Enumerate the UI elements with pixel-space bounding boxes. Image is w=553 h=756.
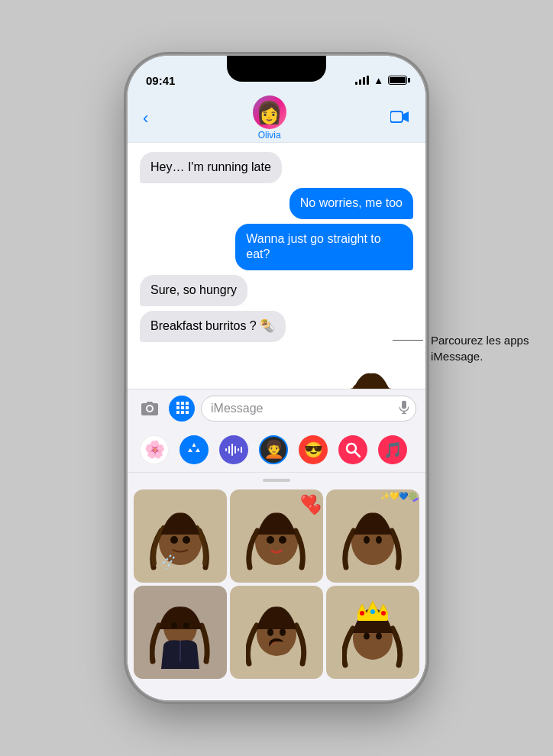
screen: 09:41 ▲ ‹	[128, 56, 425, 700]
svg-rect-8	[402, 401, 406, 409]
sticker-coat[interactable]	[134, 586, 227, 679]
contact-name[interactable]: Olivia	[258, 130, 281, 141]
message-bubble-sent-2: Wanna just go straight to eat?	[235, 224, 413, 271]
svg-point-24	[279, 536, 286, 544]
svg-point-42	[370, 609, 375, 614]
audio-icon[interactable]	[219, 435, 248, 464]
mic-icon[interactable]	[399, 401, 409, 417]
imessage-panel: ❤️ ❤️ ✨💛💙❇️	[128, 473, 425, 700]
svg-point-26	[364, 536, 370, 544]
panel-handle	[263, 479, 290, 482]
apps-button[interactable]	[169, 396, 195, 422]
chat-area: Hey… I'm running late No worries, me too…	[128, 143, 425, 389]
svg-point-33	[280, 628, 286, 636]
sticker-crown[interactable]	[326, 586, 419, 679]
avatar[interactable]: 👩	[253, 95, 286, 129]
svg-rect-15	[238, 448, 239, 451]
svg-point-21	[183, 536, 190, 544]
stickers-icon[interactable]: 😎	[299, 435, 328, 464]
nav-center[interactable]: 👩 Olivia	[253, 95, 286, 141]
sticker-confetti[interactable]: ✨💛💙❇️	[326, 489, 419, 583]
back-button[interactable]: ‹	[143, 108, 148, 128]
annotation: Parcourez les apps iMessage.	[393, 332, 530, 364]
phone-frame: 09:41 ▲ ‹	[128, 56, 425, 700]
svg-point-27	[376, 536, 382, 544]
annotation-text: Parcourez les apps iMessage.	[431, 332, 530, 364]
svg-point-39	[376, 632, 382, 639]
svg-point-43	[381, 611, 386, 615]
svg-point-41	[360, 611, 364, 615]
battery-fill	[390, 77, 406, 83]
notch	[227, 56, 326, 82]
svg-rect-11	[225, 448, 227, 451]
apps-strip: 🌸	[128, 428, 425, 473]
nav-bar: ‹ 👩 Olivia	[128, 94, 425, 143]
svg-point-30	[183, 622, 189, 628]
battery-icon	[388, 76, 407, 85]
svg-point-23	[267, 536, 274, 544]
memoji-character-icon[interactable]: 🧑‍🦱	[259, 435, 288, 464]
sticker-yawn[interactable]	[230, 586, 323, 679]
svg-rect-16	[241, 447, 242, 453]
music-icon[interactable]: 🎵	[378, 435, 407, 464]
status-time: 09:41	[146, 74, 175, 87]
message-input-wrapper[interactable]: iMessage	[201, 396, 416, 422]
svg-point-32	[267, 628, 273, 636]
svg-rect-14	[234, 446, 236, 454]
status-icons: ▲	[355, 75, 407, 86]
svg-point-20	[170, 536, 178, 544]
video-call-button[interactable]	[390, 108, 410, 128]
message-placeholder: iMessage	[211, 402, 263, 415]
svg-line-18	[355, 452, 361, 457]
svg-rect-0	[390, 111, 403, 122]
appstore-icon[interactable]	[179, 435, 209, 464]
message-bubble-received-3: Breakfast burritos ? 🌯	[140, 311, 286, 342]
status-bar: 09:41 ▲	[128, 56, 425, 94]
sticker-love[interactable]: ❤️ ❤️	[230, 489, 323, 583]
signal-icon	[355, 76, 369, 85]
svg-rect-13	[231, 444, 233, 456]
search-magnifier-icon[interactable]	[338, 435, 367, 464]
svg-point-29	[171, 622, 177, 628]
message-bubble-sent: No worries, me too	[289, 188, 413, 219]
camera-button[interactable]	[137, 396, 163, 422]
sticker-grid: ❤️ ❤️ ✨💛💙❇️	[128, 489, 425, 679]
photos-icon[interactable]: 🌸	[140, 435, 169, 464]
svg-point-38	[364, 632, 370, 639]
input-area: iMessage	[128, 389, 425, 428]
wifi-icon: ▲	[374, 75, 383, 86]
message-input[interactable]: iMessage	[201, 396, 416, 422]
message-bubble-received: Hey… I'm running late	[140, 152, 282, 183]
svg-point-36	[269, 641, 290, 655]
sticker-sneeze[interactable]	[134, 489, 227, 583]
svg-rect-12	[228, 446, 230, 454]
message-bubble-received-2: Sure, so hungry	[140, 275, 247, 306]
